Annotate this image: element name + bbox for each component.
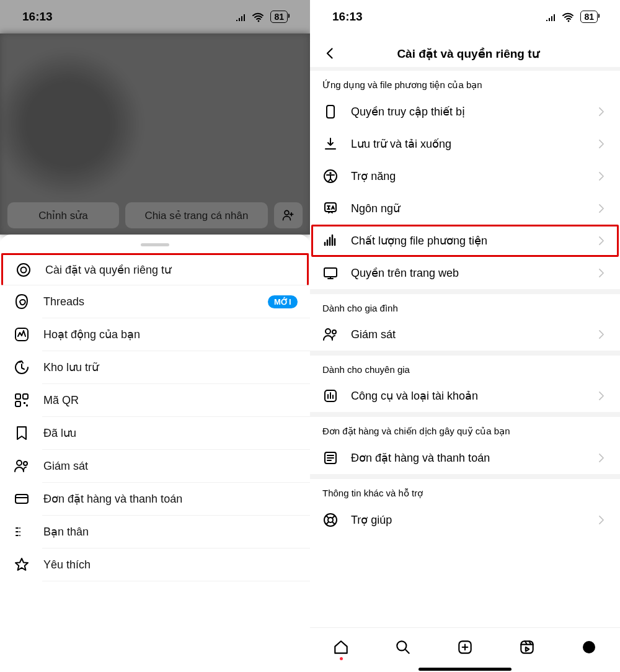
right-screen: 16:13 81 Cài đặt và quyền riêng tư Ứng d…: [310, 0, 620, 672]
settings-item-label: Quyền truy cập thiết bị: [351, 105, 583, 119]
settings-item-orders2[interactable]: Đơn đặt hàng và thanh toán: [310, 442, 620, 474]
menu-item-label: Yêu thích: [43, 558, 298, 571]
chevron-right-icon: [595, 326, 608, 343]
menu-item-archive[interactable]: Kho lưu trữ: [0, 351, 310, 383]
menu-item-qr[interactable]: Mã QR: [0, 384, 310, 416]
lang-icon: [322, 200, 339, 217]
tab-home[interactable]: [332, 638, 350, 656]
battery-indicator: 81: [270, 11, 288, 23]
menu-item-supervise[interactable]: Giám sát: [0, 450, 310, 482]
tab-search[interactable]: [394, 638, 412, 656]
wifi-icon: [562, 11, 575, 22]
threads-icon: [14, 293, 30, 310]
chevron-right-icon: [595, 233, 608, 249]
left-screen: 16:13 81 Chỉnh sửa Chia sẻ trang cá nhân…: [0, 0, 310, 672]
settings-item-help[interactable]: Trợ giúp: [310, 504, 620, 536]
chevron-right-icon: [595, 136, 608, 152]
chevron-right-icon: [595, 512, 608, 528]
orders2-icon: [322, 450, 339, 466]
sheet-handle[interactable]: [141, 243, 169, 246]
settings-item-tools[interactable]: Công cụ và loại tài khoản: [310, 380, 620, 412]
device-icon: [322, 104, 339, 120]
settings-item-label: Lưu trữ và tải xuống: [351, 137, 583, 151]
edit-profile-button[interactable]: Chỉnh sửa: [7, 202, 119, 228]
menu-item-fav[interactable]: Yêu thích: [0, 549, 310, 581]
menu-item-settings[interactable]: Cài đặt và quyền riêng tư: [1, 253, 309, 285]
settings-item-label: Giám sát: [351, 328, 583, 341]
tab-add[interactable]: [456, 638, 474, 656]
tab-profile[interactable]: [580, 638, 598, 656]
help-icon: [322, 512, 339, 528]
new-badge: MỚI: [268, 295, 298, 308]
menu-sheet: Cài đặt và quyền riêng tưThreadsMỚIHoạt …: [0, 235, 310, 672]
chevron-right-icon: [595, 265, 608, 281]
battery-indicator: 81: [580, 11, 598, 23]
section-head: Đơn đặt hàng và chiến dịch gây quỹ của b…: [310, 417, 620, 442]
page-header: Cài đặt và quyền riêng tư: [310, 34, 620, 67]
saved-icon: [14, 425, 30, 441]
menu-item-label: Bạn thân: [43, 525, 298, 539]
menu-item-label: Cài đặt và quyền riêng tư: [45, 263, 294, 277]
menu-item-label: Đơn đặt hàng và thanh toán: [43, 492, 298, 506]
chevron-right-icon: [595, 200, 608, 217]
settings-item-label: Công cụ và loại tài khoản: [351, 389, 583, 403]
settings-icon: [16, 262, 32, 278]
settings-item-label: Quyền trên trang web: [351, 266, 583, 280]
settings-item-label: Đơn đặt hàng và thanh toán: [351, 451, 583, 465]
page-title: Cài đặt và quyền riêng tư: [327, 47, 609, 61]
status-bar: 16:13 81: [0, 0, 310, 34]
activity-icon: [14, 326, 30, 343]
status-time: 16:13: [332, 10, 363, 24]
menu-item-label: Mã QR: [43, 394, 298, 407]
add-person-button[interactable]: [274, 202, 303, 228]
tab-bar: [310, 627, 620, 666]
wifi-icon: [252, 11, 265, 22]
settings-item-access[interactable]: Trợ năng: [310, 160, 620, 192]
settings-item-supervise2[interactable]: Giám sát: [310, 318, 620, 351]
status-time: 16:13: [22, 10, 53, 24]
menu-item-label: Hoạt động của bạn: [43, 328, 298, 341]
menu-item-orders[interactable]: Đơn đặt hàng và thanh toán: [0, 483, 310, 515]
settings-item-media[interactable]: Chất lượng file phương tiện: [311, 225, 619, 257]
menu-item-saved[interactable]: Đã lưu: [0, 417, 310, 449]
media-icon: [322, 233, 339, 249]
archive-icon: [14, 359, 30, 375]
section-head: Dành cho gia đình: [310, 294, 620, 318]
orders-icon: [14, 491, 30, 507]
settings-item-web[interactable]: Quyền trên trang web: [310, 257, 620, 289]
chevron-right-icon: [595, 450, 608, 466]
section-head: Thông tin khác và hỗ trợ: [310, 479, 620, 504]
home-indicator: [418, 668, 512, 671]
menu-item-close[interactable]: Bạn thân: [0, 516, 310, 548]
fav-icon: [14, 557, 30, 573]
menu-item-label: Giám sát: [43, 460, 298, 473]
signal-icon: [544, 11, 557, 22]
section-head: Ứng dụng và file phương tiện của bạn: [310, 71, 620, 96]
menu-item-label: Đã lưu: [43, 426, 298, 440]
settings-item-label: Trợ năng: [351, 169, 583, 183]
chevron-right-icon: [595, 104, 608, 120]
settings-item-device[interactable]: Quyền truy cập thiết bị: [310, 96, 620, 128]
chevron-right-icon: [595, 388, 608, 404]
signal-icon: [234, 11, 247, 22]
web-icon: [322, 265, 339, 281]
supervise-icon: [14, 458, 30, 474]
profile-area: Chỉnh sửa Chia sẻ trang cá nhân: [0, 34, 310, 235]
supervise2-icon: [322, 326, 339, 343]
section-head: Dành cho chuyên gia: [310, 356, 620, 380]
menu-item-activity[interactable]: Hoạt động của bạn: [0, 318, 310, 351]
settings-item-download[interactable]: Lưu trữ và tải xuống: [310, 128, 620, 160]
qr-icon: [14, 392, 30, 408]
settings-item-label: Ngôn ngữ: [351, 202, 583, 215]
menu-item-label: Threads: [43, 295, 254, 308]
status-bar: 16:13 81: [310, 0, 620, 34]
menu-item-threads[interactable]: ThreadsMỚI: [0, 285, 310, 318]
settings-item-lang[interactable]: Ngôn ngữ: [310, 192, 620, 225]
download-icon: [322, 136, 339, 152]
menu-item-label: Kho lưu trữ: [43, 361, 298, 374]
access-icon: [322, 168, 339, 184]
tools-icon: [322, 388, 339, 404]
settings-item-label: Trợ giúp: [351, 513, 583, 527]
tab-reels[interactable]: [518, 638, 536, 656]
share-profile-button[interactable]: Chia sẻ trang cá nhân: [125, 202, 268, 228]
